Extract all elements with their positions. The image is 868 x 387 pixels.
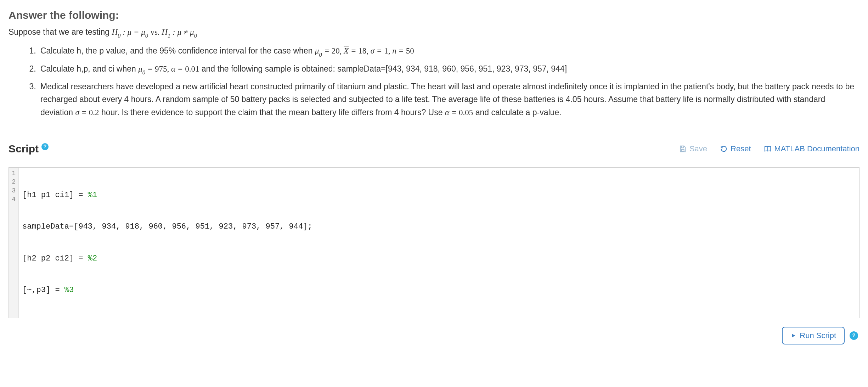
save-label: Save — [689, 144, 707, 153]
code-line: sampleData=[943, 934, 918, 960, 956, 951… — [22, 221, 856, 232]
code-area[interactable]: [h1 p1 ci1] = %1 sampleData=[943, 934, 9… — [19, 168, 859, 318]
script-help-icon[interactable]: ? — [41, 143, 49, 150]
intro-prefix: Suppose that we are testing — [9, 27, 112, 37]
svg-rect-0 — [681, 149, 684, 151]
code-line: [h2 p2 ci2] = %2 — [22, 253, 856, 264]
q3-p2: hour. Is there evidence to support the c… — [101, 108, 445, 117]
play-icon — [790, 333, 796, 338]
footer-row: Run Script ? — [9, 327, 859, 344]
footer-help-icon[interactable]: ? — [850, 331, 858, 340]
run-label: Run Script — [800, 331, 836, 340]
reset-icon — [720, 145, 728, 153]
code-editor[interactable]: 1 2 3 4 [h1 p1 ci1] = %1 sampleData=[943… — [9, 167, 859, 318]
code-text: [h2 p2 ci2] = — [22, 254, 88, 263]
docs-button[interactable]: MATLAB Documentation — [764, 144, 859, 153]
line-number: 2 — [12, 178, 16, 186]
q2-math: μ0 = 975, α = 0.01 — [138, 64, 199, 73]
line-number: 1 — [12, 169, 16, 178]
code-comment: %3 — [64, 286, 74, 295]
code-comment: %1 — [88, 191, 97, 200]
page-heading: Answer the following: — [9, 7, 859, 23]
question-1: Calculate h, the p value, and the 95% co… — [38, 44, 859, 58]
run-script-button[interactable]: Run Script — [782, 327, 845, 344]
reset-label: Reset — [731, 144, 751, 153]
code-line: [h1 p1 ci1] = %1 — [22, 190, 856, 201]
q1-text: Calculate h, the p value, and the 95% co… — [40, 46, 315, 55]
q3-sigma: σ = 0.2 — [75, 108, 99, 117]
q1-math: μ0 = 20, X = 18, σ = 1, n = 50 — [315, 46, 414, 55]
line-gutter: 1 2 3 4 — [9, 168, 19, 318]
q2-prefix: Calculate h,p, and ci when — [40, 64, 138, 73]
line-number: 4 — [12, 195, 16, 203]
math-h0: H0 : μ = μ0 — [112, 28, 148, 37]
save-button[interactable]: Save — [679, 144, 707, 153]
script-title-wrap: Script ? — [9, 141, 49, 157]
question-3: Medical researchers have developed a new… — [38, 80, 859, 119]
script-header: Script ? Save Reset — [9, 141, 859, 157]
intro-text: Suppose that we are testing H0 : μ = μ0 … — [9, 26, 859, 39]
code-text: [~,p3] = — [22, 286, 64, 295]
code-line: [~,p3] = %3 — [22, 285, 856, 296]
question-list: Calculate h, the p value, and the 95% co… — [9, 44, 859, 119]
book-icon — [764, 145, 772, 153]
code-text: [h1 p1 ci1] = — [22, 191, 88, 200]
math-h1: H1 : μ ≠ μ0 — [162, 28, 197, 37]
q3-p3: and calculate a p-value. — [475, 108, 562, 117]
code-text: sampleData=[943, 934, 918, 960, 956, 951… — [22, 222, 312, 231]
q3-alpha: α = 0.05 — [445, 108, 473, 117]
question-2: Calculate h,p, and ci when μ0 = 975, α =… — [38, 62, 859, 77]
q2-mid: and the following sample is obtained: sa… — [199, 64, 567, 73]
vs-text: vs. — [150, 28, 162, 37]
reset-button[interactable]: Reset — [720, 144, 751, 153]
save-icon — [679, 145, 687, 153]
code-comment: %2 — [88, 254, 97, 263]
script-title: Script — [9, 141, 39, 157]
docs-label: MATLAB Documentation — [774, 144, 859, 153]
toolbar: Save Reset MATLAB Documentation — [679, 144, 859, 153]
line-number: 3 — [12, 186, 16, 195]
